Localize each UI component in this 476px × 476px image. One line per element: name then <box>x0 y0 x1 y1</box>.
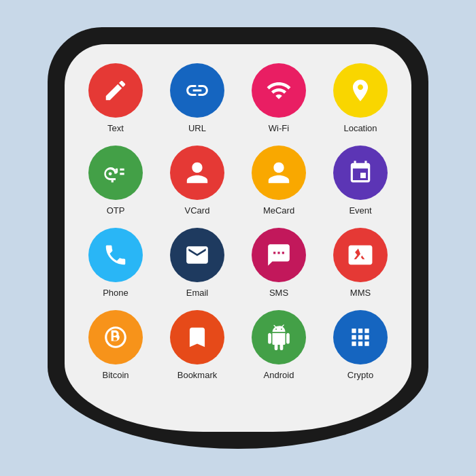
android-label: Android <box>264 370 294 380</box>
vcard-label: VCard <box>185 205 210 216</box>
key-icon <box>103 160 129 186</box>
event-icon-circle <box>333 146 388 200</box>
location-icon <box>347 78 373 103</box>
sms-icon-circle <box>252 228 306 282</box>
app-grid: Text URL Wi-Fi Location <box>78 63 398 380</box>
wifi-label: Wi-Fi <box>269 123 289 133</box>
app-item-bitcoin[interactable]: Bitcoin <box>78 310 153 380</box>
email-label: Email <box>186 288 209 298</box>
url-label: URL <box>188 123 206 133</box>
app-item-sms[interactable]: SMS <box>241 228 316 298</box>
bitcoin-icon <box>103 324 129 350</box>
app-item-mms[interactable]: MMS <box>323 228 398 298</box>
app-item-event[interactable]: Event <box>323 146 398 216</box>
app-item-bookmark[interactable]: Bookmark <box>160 310 235 380</box>
bookmark-icon <box>184 324 210 350</box>
person-icon <box>184 160 210 186</box>
phone-label: Phone <box>103 288 129 298</box>
bitcoin-label: Bitcoin <box>102 370 129 380</box>
location-icon-circle <box>333 63 388 118</box>
url-icon-circle <box>170 63 224 118</box>
mecard-label: MeCard <box>263 205 294 216</box>
app-item-email[interactable]: Email <box>160 228 235 298</box>
mms-icon <box>347 242 373 268</box>
pencil-icon <box>103 78 129 103</box>
app-item-wifi[interactable]: Wi-Fi <box>241 63 316 133</box>
app-item-otp[interactable]: OTP <box>78 146 153 216</box>
app-item-mecard[interactable]: MeCard <box>241 146 316 216</box>
sms-icon <box>266 242 292 268</box>
calendar-icon <box>347 160 373 186</box>
crypto-icon-circle <box>333 310 388 364</box>
app-item-android[interactable]: Android <box>241 310 316 380</box>
text-label: Text <box>107 123 124 133</box>
app-item-phone[interactable]: Phone <box>78 228 153 298</box>
mms-label: MMS <box>350 288 371 298</box>
phone-icon-circle <box>88 228 143 282</box>
crypto-label: Crypto <box>347 370 373 380</box>
phone-icon <box>103 242 129 268</box>
bookmark-label: Bookmark <box>177 370 218 380</box>
mecard-icon-circle <box>252 146 306 200</box>
app-grid-panel: Text URL Wi-Fi Location <box>65 44 411 432</box>
bookmark-icon-circle <box>170 310 224 364</box>
android-icon-circle <box>252 310 306 364</box>
app-item-vcard[interactable]: VCard <box>160 146 235 216</box>
crypto-icon <box>347 324 373 350</box>
outer-device-frame: Text URL Wi-Fi Location <box>48 27 428 449</box>
wifi-icon-circle <box>252 63 306 118</box>
text-icon-circle <box>88 63 143 118</box>
person-icon2 <box>266 160 292 186</box>
bitcoin-icon-circle <box>88 310 143 364</box>
app-item-location[interactable]: Location <box>323 63 398 133</box>
app-item-text[interactable]: Text <box>78 63 153 133</box>
email-icon-circle <box>170 228 224 282</box>
svg-point-0 <box>109 172 112 175</box>
otp-label: OTP <box>107 205 125 216</box>
app-item-url[interactable]: URL <box>160 63 235 133</box>
app-item-crypto[interactable]: Crypto <box>323 310 398 380</box>
wifi-icon <box>266 78 292 103</box>
otp-icon-circle <box>88 146 143 200</box>
android-icon <box>266 324 292 350</box>
email-icon <box>184 242 210 268</box>
sms-label: SMS <box>269 288 288 298</box>
location-label: Location <box>343 123 377 133</box>
event-label: Event <box>349 205 371 216</box>
link-icon <box>184 78 210 103</box>
mms-icon-circle <box>333 228 388 282</box>
vcard-icon-circle <box>170 146 224 200</box>
